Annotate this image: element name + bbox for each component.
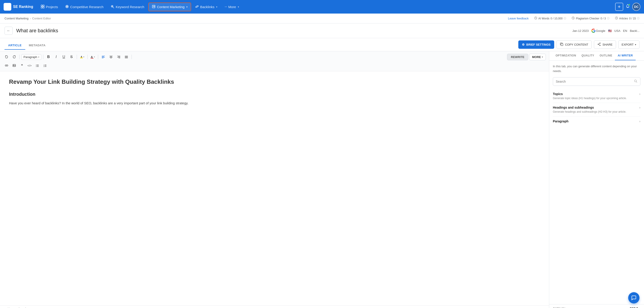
- topic-desc-topics: Generate topic ideas (H1 headings) for y…: [553, 96, 640, 100]
- search-type-label: Backl...: [630, 29, 640, 33]
- svg-rect-20: [80, 58, 83, 58]
- ai-words-value: 0 / 10,000: [550, 17, 562, 20]
- toolbar-row-2: ❝ </> 1. 2. 3.: [3, 62, 546, 69]
- underline-button[interactable]: U: [60, 54, 67, 60]
- toolbar-separator-1: [20, 55, 20, 59]
- articles-info[interactable]: ⓘ: [637, 17, 640, 20]
- export-button[interactable]: EXPORT ▾: [618, 41, 640, 49]
- topic-title-paragraph: Paragraph ›: [553, 119, 640, 123]
- code-button[interactable]: </>: [26, 62, 33, 69]
- align-justify-button[interactable]: [123, 54, 130, 60]
- nav-more[interactable]: ··· More ▾: [221, 3, 242, 11]
- svg-text:3.: 3.: [44, 66, 44, 67]
- articles-icon: [615, 17, 618, 20]
- articles-label: Articles: [619, 17, 628, 20]
- headings-chevron: ›: [639, 106, 640, 109]
- align-left-button[interactable]: [100, 54, 107, 60]
- tab-metadata[interactable]: METADATA: [25, 42, 49, 50]
- breadcrumb-current: Content Editor: [32, 17, 51, 20]
- rewrite-button[interactable]: REWRITE: [507, 54, 528, 60]
- brief-settings-button[interactable]: ⚙ BRIEF SETTINGS: [518, 41, 554, 49]
- articles-value: 0 / 15: [629, 17, 636, 20]
- add-button[interactable]: +: [615, 3, 623, 11]
- notification-bell[interactable]: [626, 4, 630, 10]
- ai-words-info[interactable]: ⓘ: [564, 17, 566, 20]
- main-content: Paragraph ▾ B I U S ▾: [0, 51, 644, 308]
- svg-point-27: [36, 66, 36, 67]
- brief-settings-icon: ⚙: [522, 43, 525, 46]
- share-button[interactable]: SHARE: [594, 41, 616, 49]
- tab-article[interactable]: ARTICLE: [4, 42, 25, 50]
- content-dropdown-icon: ▾: [186, 6, 188, 8]
- align-right-button[interactable]: [115, 54, 122, 60]
- bold-button[interactable]: B: [45, 54, 52, 60]
- topic-item-topics[interactable]: Topics › Generate topic ideas (H1 headin…: [553, 89, 640, 103]
- breadcrumb-actions: Leave feedback AI Words 0 / 10,000 ⓘ Pla…: [508, 17, 640, 20]
- text-color-button[interactable]: A ▾: [89, 54, 96, 60]
- nav-backlinks[interactable]: Backlinks ▾: [192, 3, 220, 11]
- editor-content[interactable]: Revamp Your Link Building Strategy with …: [0, 71, 549, 305]
- ai-search-input[interactable]: [556, 80, 632, 83]
- country-label: USA: [614, 29, 620, 33]
- action-buttons-bar: ARTICLE METADATA ⚙ BRIEF SETTINGS COPY C…: [0, 38, 644, 51]
- blockquote-button[interactable]: ❝: [18, 62, 25, 69]
- search-engine-label: Google: [596, 29, 606, 33]
- italic-button[interactable]: I: [53, 54, 60, 60]
- bullet-list-button[interactable]: [34, 62, 40, 69]
- copy-content-button[interactable]: COPY CONTENT: [556, 41, 592, 49]
- content-heading2: Introduction: [9, 90, 540, 98]
- svg-rect-16: [561, 44, 563, 46]
- nav-keyword[interactable]: Keyword Research: [108, 3, 148, 11]
- breadcrumb-parent[interactable]: Content Marketing: [4, 17, 28, 20]
- svg-rect-1: [5, 7, 7, 9]
- logo-icon: [4, 3, 11, 11]
- format-select[interactable]: Paragraph ▾: [22, 54, 41, 60]
- article-title: What are backlinks: [16, 28, 569, 34]
- right-panel-content: In this tab, you can generate different …: [549, 61, 644, 304]
- export-dropdown-icon: ▾: [635, 43, 636, 46]
- align-center-button[interactable]: [108, 54, 114, 60]
- nav-keyword-label: Keyword Research: [116, 5, 144, 9]
- content-paragraph: Have you ever heard of backlinks? In the…: [9, 100, 540, 106]
- redo-button[interactable]: [11, 54, 18, 60]
- svg-rect-6: [41, 7, 42, 8]
- users-online-bar: Users online: 1: [0, 305, 549, 308]
- leave-feedback-link[interactable]: Leave feedback: [508, 17, 529, 20]
- right-panel-tabs: OPTIMIZATION QUALITY OUTLINE AI WRITER: [549, 51, 644, 61]
- more-dropdown-icon: ▾: [238, 6, 239, 8]
- more-toolbar-button[interactable]: MORE ▾: [529, 54, 546, 60]
- user-avatar[interactable]: DC: [632, 3, 640, 11]
- numbered-list-button[interactable]: 1. 2. 3.: [42, 62, 48, 69]
- ai-search-box[interactable]: [553, 77, 640, 86]
- chat-bubble[interactable]: [628, 292, 640, 303]
- nav-projects[interactable]: Projects: [38, 3, 61, 11]
- nav-content-marketing[interactable]: Content Marketing ▾: [148, 3, 191, 11]
- article-meta: Jan-12 2023 Google 🇺🇸 USA EN Backl...: [572, 29, 640, 33]
- breadcrumb: Content Marketing › Content Editor: [4, 17, 51, 20]
- format-select-arrow: ▾: [38, 56, 39, 58]
- back-button[interactable]: ←: [4, 27, 13, 35]
- topic-item-paragraph[interactable]: Paragraph ›: [553, 117, 640, 126]
- topic-item-headings[interactable]: Headings and subheadings › Generate head…: [553, 103, 640, 117]
- logo[interactable]: SE Ranking: [4, 3, 33, 11]
- svg-point-10: [67, 6, 67, 7]
- undo-button[interactable]: [3, 54, 10, 60]
- image-button[interactable]: [11, 62, 18, 69]
- highlight-button[interactable]: ▾: [79, 54, 86, 60]
- share-label: SHARE: [602, 43, 613, 46]
- tab-ai-writer[interactable]: AI WRITER: [615, 51, 636, 60]
- tab-optimization[interactable]: OPTIMIZATION: [553, 51, 579, 60]
- nav-competitive[interactable]: Competitive Research: [62, 3, 107, 11]
- plagiarism-label: Plagiarism Checker: [576, 17, 599, 20]
- plagiarism-info[interactable]: ⓘ: [607, 17, 610, 20]
- strikethrough-button[interactable]: S: [68, 54, 75, 60]
- ai-words-bar-value: 0/10,0...: [630, 307, 640, 308]
- tab-outline[interactable]: OUTLINE: [597, 51, 615, 60]
- share-icon: [597, 43, 601, 47]
- svg-rect-5: [43, 5, 44, 6]
- toolbar-separator-6: [132, 55, 132, 59]
- svg-point-18: [600, 45, 600, 46]
- link-button[interactable]: [3, 62, 10, 69]
- tab-quality[interactable]: QUALITY: [579, 51, 597, 60]
- nav-content-label: Content Marketing: [157, 5, 184, 9]
